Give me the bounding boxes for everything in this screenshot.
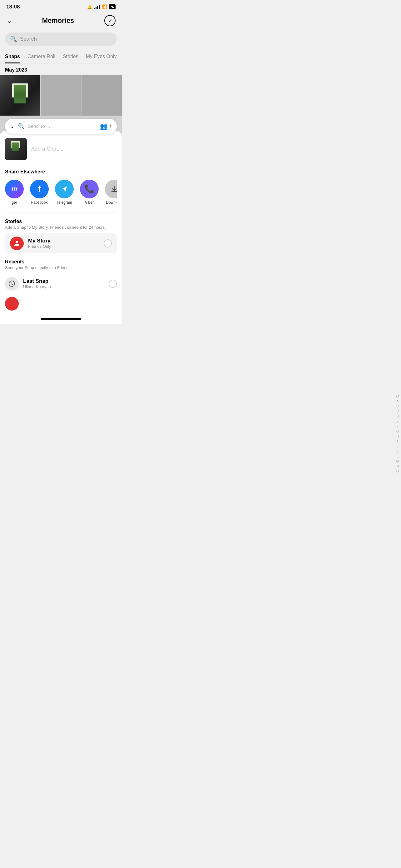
- my-story-name: My Story: [28, 238, 99, 244]
- story-row-my-story[interactable]: My Story Friends Only: [5, 234, 117, 253]
- home-bar: [41, 318, 81, 320]
- photo-cell-1[interactable]: [0, 75, 40, 116]
- download-icon: [105, 180, 117, 198]
- page-title: Memories: [42, 17, 74, 25]
- add-friends-button[interactable]: 👥 +: [100, 122, 112, 130]
- recent-row-last-snap[interactable]: Last Snap Uliana Kharyna: [5, 274, 117, 294]
- status-time: 13:08: [6, 4, 20, 10]
- send-to-wrapper: ⌄ 🔍 Send To ... 👥 +: [0, 116, 122, 134]
- my-story-info: My Story Friends Only: [28, 238, 99, 249]
- status-bar: 13:08 🔔 📶 76: [0, 0, 122, 12]
- recent-clock-icon: [5, 277, 19, 290]
- signal-bars: [94, 5, 100, 9]
- photo-grid: [0, 75, 122, 116]
- add-chat-placeholder[interactable]: Add a Chat...: [31, 146, 62, 152]
- snap-thumbnail: [5, 138, 27, 160]
- share-item-download[interactable]: Download: [105, 180, 117, 205]
- photo-cell-2: [41, 75, 81, 116]
- search-bar[interactable]: 🔍 Search: [5, 32, 117, 45]
- stories-section-subtitle: Add a Snap to My Story. Friends can see …: [5, 225, 117, 230]
- select-button[interactable]: ✓: [104, 15, 115, 26]
- add-friends-icon: 👥: [100, 122, 108, 130]
- facebook-label: Facebook: [31, 200, 48, 205]
- tab-stories[interactable]: Stories: [63, 51, 78, 63]
- add-plus-icon: +: [108, 123, 112, 129]
- send-to-chevron-icon[interactable]: ⌄: [10, 123, 15, 130]
- messenger-icon: m: [5, 180, 24, 198]
- facebook-icon: f: [30, 180, 49, 198]
- my-story-sub: Friends Only: [28, 244, 99, 249]
- photo-laptop-image: [0, 75, 40, 116]
- download-label: Download: [106, 200, 117, 205]
- send-to-search-icon: 🔍: [18, 123, 25, 130]
- share-icons-row: m ger f Facebook Telegram 📞 Viber: [5, 180, 117, 207]
- share-item-telegram[interactable]: Telegram: [55, 180, 74, 205]
- messenger-label: ger: [11, 200, 17, 205]
- notification-icon: 🔔: [87, 5, 92, 9]
- viber-icon: 📞: [80, 180, 99, 198]
- stories-section-title: Stories: [5, 219, 117, 224]
- section-date: May 2023: [0, 63, 122, 75]
- divider-2: [5, 212, 117, 213]
- telegram-icon: [55, 180, 74, 198]
- my-story-avatar: [10, 237, 24, 250]
- my-story-radio[interactable]: [104, 239, 112, 247]
- svg-point-0: [15, 241, 18, 243]
- partial-avatar: [5, 297, 19, 311]
- search-icon: 🔍: [10, 36, 17, 42]
- recent-row-partial[interactable]: [5, 294, 117, 314]
- recent-last-snap-sub: Uliana Kharyna: [23, 284, 104, 289]
- viber-label: Viber: [85, 200, 94, 205]
- stories-section: Stories Add a Snap to My Story. Friends …: [0, 215, 122, 253]
- tab-snaps[interactable]: Snaps: [5, 51, 20, 63]
- recent-last-snap-name: Last Snap: [23, 278, 104, 284]
- top-nav: ⌄ Memories ✓: [0, 12, 122, 30]
- recents-section-title: Recents: [5, 259, 117, 265]
- share-item-facebook[interactable]: f Facebook: [30, 180, 49, 205]
- recent-last-snap-info: Last Snap Uliana Kharyna: [23, 278, 104, 289]
- recents-section: Recents Send your Snap directly to a Fri…: [0, 254, 122, 314]
- status-icons: 🔔 📶 76: [87, 4, 115, 9]
- back-button[interactable]: ⌄: [6, 17, 12, 25]
- send-to-bar[interactable]: ⌄ 🔍 Send To ... 👥 +: [5, 119, 117, 134]
- share-elsewhere-title: Share Elsewhere: [5, 169, 117, 175]
- share-item-messenger[interactable]: m ger: [5, 180, 24, 205]
- battery-indicator: 76: [109, 4, 115, 9]
- share-item-viber[interactable]: 📞 Viber: [80, 180, 99, 205]
- tab-camera-roll[interactable]: Camera Roll: [28, 51, 55, 63]
- wifi-icon: 📶: [101, 4, 107, 9]
- snap-preview-row: Add a Chat...: [0, 135, 122, 165]
- tabs-nav: Snaps Camera Roll Stories My Eyes Only: [0, 51, 122, 63]
- search-bar-container: 🔍 Search: [0, 30, 122, 51]
- send-to-input[interactable]: Send To ...: [28, 123, 97, 129]
- recent-last-snap-radio[interactable]: [109, 280, 117, 288]
- share-elsewhere-section: Share Elsewhere m ger f Facebook Telegra…: [0, 165, 122, 210]
- content-area: May 2023: [0, 63, 122, 116]
- search-input-placeholder[interactable]: Search: [20, 36, 37, 42]
- telegram-label: Telegram: [57, 200, 72, 205]
- home-indicator: [0, 314, 122, 324]
- recents-section-subtitle: Send your Snap directly to a Friend.: [5, 265, 117, 270]
- bottom-sheet: Add a Chat... Share Elsewhere m ger f Fa…: [0, 131, 122, 324]
- photo-cell-3: [81, 75, 122, 116]
- tab-my-eyes-only[interactable]: My Eyes Only: [86, 51, 117, 63]
